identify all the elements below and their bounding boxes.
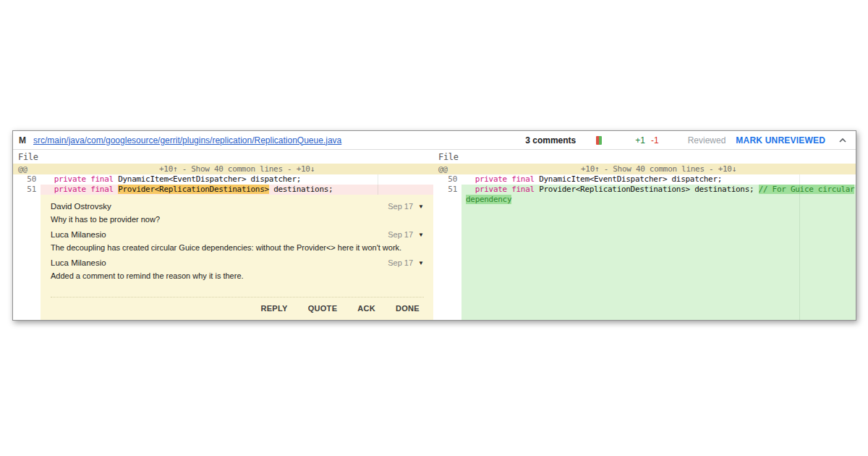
line-number[interactable]: 50: [13, 174, 41, 185]
comment-text: Added a comment to remind the reason why…: [51, 271, 424, 280]
chevron-up-icon: [838, 136, 847, 145]
code-line-right-50: 50 private final DynamicItem<EventDispat…: [433, 174, 856, 185]
mark-unreviewed-button[interactable]: MARK UNREVIEWED: [736, 135, 825, 145]
comment-author: Luca Milanesio: [51, 258, 106, 267]
show-common-lines-button[interactable]: +10↑ - Show 40 common lines - +10↓: [41, 164, 433, 174]
keyword-token: private final: [466, 185, 535, 194]
done-button[interactable]: DONE: [396, 304, 420, 313]
plain-token: DynamicItem<EventDispatcher> dispatcher;: [535, 174, 722, 184]
code-text: private final Provider<ReplicationDestin…: [461, 185, 856, 205]
code-line-left-50: 50 private final DynamicItem<EventDispat…: [13, 174, 433, 185]
added-region-filler: [433, 205, 856, 320]
intraline-removed-highlight: Provider<ReplicationDestinations>: [118, 185, 269, 194]
pane-header-file-left: File: [13, 150, 433, 164]
filler-gutter: [433, 205, 461, 320]
keyword-token: private final: [466, 174, 535, 184]
deletions-count: -1: [651, 135, 659, 145]
comment-header: David Ostrovsky Sep 17 ▼: [51, 202, 424, 211]
reply-button[interactable]: REPLY: [260, 304, 287, 313]
comment-text: The decoupling has created circular Guic…: [51, 243, 424, 252]
line-number[interactable]: 50: [433, 174, 461, 185]
intraline-added-highlight-wrap: dependency: [466, 195, 511, 204]
filler-added-background: [461, 205, 856, 320]
expand-context-row-left[interactable]: @@ +10↑ - Show 40 common lines - +10↓: [13, 164, 433, 174]
comment-actions: REPLY QUOTE ACK DONE: [51, 297, 424, 320]
comment: Luca Milanesio Sep 17 ▼ The decoupling h…: [51, 230, 424, 252]
keyword-token: private final: [45, 174, 114, 184]
file-status-badge: M: [19, 135, 26, 145]
comment-date: Sep 17: [388, 202, 413, 211]
diff-body: File @@ +10↑ - Show 40 common lines - +1…: [13, 150, 856, 320]
line-number[interactable]: 51: [433, 185, 461, 205]
code-line-right-51-added: 51 private final Provider<ReplicationDes…: [433, 185, 856, 205]
ack-button[interactable]: ACK: [357, 304, 375, 313]
comment-date: Sep 17: [388, 258, 413, 267]
plain-token: destinations;: [269, 185, 333, 194]
file-path-link[interactable]: src/main/java/com/googlesource/gerrit/pl…: [33, 135, 341, 145]
comment-menu-button[interactable]: ▼: [418, 260, 424, 266]
intraline-added-highlight: // For Guice circular: [759, 185, 855, 194]
plain-token: Provider<ReplicationDestinations> destin…: [535, 185, 759, 194]
hunk-marker: @@: [433, 164, 461, 174]
file-header-bar: M src/main/java/com/googlesource/gerrit/…: [13, 131, 856, 150]
comment-menu-button[interactable]: ▼: [418, 232, 424, 238]
code-line-left-51-removed: 51 private final Provider<ReplicationDes…: [13, 185, 433, 195]
code-text: private final DynamicItem<EventDispatche…: [41, 174, 433, 185]
plain-token: DynamicItem<EventDispatcher> dispatcher;: [114, 174, 301, 184]
line-number[interactable]: 51: [13, 185, 41, 195]
comment-menu-button[interactable]: ▼: [418, 203, 424, 210]
comment-text: Why it has to be provider now?: [51, 215, 424, 224]
code-text: private final Provider<ReplicationDestin…: [41, 185, 433, 195]
diff-pane-left: File @@ +10↑ - Show 40 common lines - +1…: [13, 150, 433, 320]
hunk-marker: @@: [13, 164, 41, 174]
comment-author: David Ostrovsky: [51, 202, 111, 211]
show-common-lines-button[interactable]: +10↑ - Show 40 common lines - +10↓: [461, 164, 856, 174]
quote-button[interactable]: QUOTE: [308, 304, 338, 313]
comment-author: Luca Milanesio: [51, 230, 106, 239]
pane-header-file-right: File: [433, 150, 856, 164]
diff-pane-right: File @@ +10↑ - Show 40 common lines - +1…: [433, 150, 856, 320]
insertions-count: +1: [635, 135, 645, 145]
expand-context-row-right[interactable]: @@ +10↑ - Show 40 common lines - +10↓: [433, 164, 856, 174]
file-diff-card: M src/main/java/com/googlesource/gerrit/…: [12, 130, 856, 321]
diffstat-bar-icon: [596, 136, 602, 145]
collapse-file-button[interactable]: [838, 136, 847, 145]
comments-count: 3 comments: [525, 135, 576, 145]
reviewed-label: Reviewed: [688, 135, 726, 145]
comment-header: Luca Milanesio Sep 17 ▼: [51, 230, 424, 239]
comment: Luca Milanesio Sep 17 ▼ Added a comment …: [51, 258, 424, 280]
keyword-token: private final: [45, 185, 114, 194]
comment-header: Luca Milanesio Sep 17 ▼: [51, 258, 424, 267]
comment-thread: David Ostrovsky Sep 17 ▼ Why it has to b…: [41, 195, 433, 320]
comment-date: Sep 17: [388, 230, 413, 239]
comment: David Ostrovsky Sep 17 ▼ Why it has to b…: [51, 202, 424, 224]
code-text: private final DynamicItem<EventDispatche…: [461, 174, 856, 185]
